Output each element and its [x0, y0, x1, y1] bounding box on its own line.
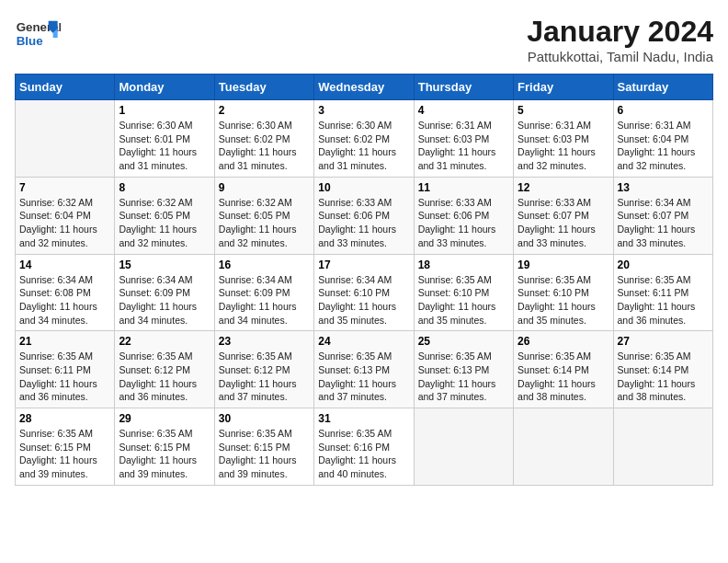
day-info: Sunrise: 6:34 AMSunset: 6:09 PMDaylight:… — [219, 273, 310, 327]
calendar-cell: 11Sunrise: 6:33 AMSunset: 6:06 PMDayligh… — [414, 177, 513, 254]
calendar-week-1: 1Sunrise: 6:30 AMSunset: 6:01 PMDaylight… — [16, 100, 713, 178]
day-number: 2 — [219, 104, 310, 117]
weekday-header-tuesday: Tuesday — [214, 75, 313, 100]
day-info: Sunrise: 6:32 AMSunset: 6:05 PMDaylight:… — [119, 196, 210, 250]
page-header: General Blue January 2024 Pattukkottai, … — [15, 15, 713, 64]
day-info: Sunrise: 6:32 AMSunset: 6:05 PMDaylight:… — [219, 196, 310, 250]
calendar-cell — [613, 408, 712, 486]
calendar-cell: 18Sunrise: 6:35 AMSunset: 6:10 PMDayligh… — [414, 254, 513, 331]
day-number: 29 — [119, 412, 210, 425]
calendar-cell: 26Sunrise: 6:35 AMSunset: 6:14 PMDayligh… — [514, 331, 613, 408]
day-info: Sunrise: 6:30 AMSunset: 6:01 PMDaylight:… — [119, 119, 210, 173]
calendar-cell: 3Sunrise: 6:30 AMSunset: 6:02 PMDaylight… — [314, 100, 414, 178]
logo: General Blue — [15, 15, 61, 52]
weekday-header-monday: Monday — [115, 75, 214, 100]
title-block: January 2024 Pattukkottai, Tamil Nadu, I… — [527, 15, 713, 64]
calendar-cell: 4Sunrise: 6:31 AMSunset: 6:03 PMDaylight… — [414, 100, 513, 178]
calendar-week-4: 21Sunrise: 6:35 AMSunset: 6:11 PMDayligh… — [16, 331, 713, 408]
calendar-cell: 2Sunrise: 6:30 AMSunset: 6:02 PMDaylight… — [214, 100, 313, 178]
day-info: Sunrise: 6:35 AMSunset: 6:11 PMDaylight:… — [618, 273, 709, 327]
weekday-header-sunday: Sunday — [16, 75, 115, 100]
day-number: 16 — [219, 259, 310, 271]
logo-svg: General Blue — [15, 15, 61, 52]
day-info: Sunrise: 6:35 AMSunset: 6:15 PMDaylight:… — [219, 427, 310, 481]
calendar-week-5: 28Sunrise: 6:35 AMSunset: 6:15 PMDayligh… — [16, 408, 713, 486]
weekday-header-friday: Friday — [514, 75, 613, 100]
subtitle: Pattukkottai, Tamil Nadu, India — [527, 49, 713, 64]
calendar-cell — [414, 408, 513, 486]
day-info: Sunrise: 6:31 AMSunset: 6:04 PMDaylight:… — [618, 119, 709, 173]
day-number: 26 — [518, 335, 609, 348]
day-number: 17 — [318, 259, 409, 271]
day-number: 10 — [318, 181, 409, 194]
calendar-week-3: 14Sunrise: 6:34 AMSunset: 6:08 PMDayligh… — [16, 254, 713, 331]
day-number: 5 — [518, 104, 609, 117]
calendar-cell: 20Sunrise: 6:35 AMSunset: 6:11 PMDayligh… — [613, 254, 712, 331]
day-number: 25 — [418, 335, 509, 348]
day-number: 4 — [418, 104, 509, 117]
day-number: 24 — [318, 335, 409, 348]
calendar-cell: 6Sunrise: 6:31 AMSunset: 6:04 PMDaylight… — [613, 100, 712, 178]
calendar-cell: 24Sunrise: 6:35 AMSunset: 6:13 PMDayligh… — [314, 331, 414, 408]
calendar-cell: 1Sunrise: 6:30 AMSunset: 6:01 PMDaylight… — [115, 100, 214, 178]
day-number: 3 — [318, 104, 409, 117]
day-number: 30 — [219, 412, 310, 425]
day-info: Sunrise: 6:31 AMSunset: 6:03 PMDaylight:… — [518, 119, 609, 173]
calendar-cell: 28Sunrise: 6:35 AMSunset: 6:15 PMDayligh… — [16, 408, 115, 486]
calendar-cell: 10Sunrise: 6:33 AMSunset: 6:06 PMDayligh… — [314, 177, 414, 254]
weekday-header-wednesday: Wednesday — [314, 75, 414, 100]
day-info: Sunrise: 6:35 AMSunset: 6:15 PMDaylight:… — [19, 427, 110, 481]
day-info: Sunrise: 6:34 AMSunset: 6:09 PMDaylight:… — [119, 273, 210, 327]
day-number: 14 — [19, 259, 110, 271]
calendar-cell: 30Sunrise: 6:35 AMSunset: 6:15 PMDayligh… — [214, 408, 313, 486]
calendar-body: 1Sunrise: 6:30 AMSunset: 6:01 PMDaylight… — [16, 100, 713, 486]
calendar-cell: 15Sunrise: 6:34 AMSunset: 6:09 PMDayligh… — [115, 254, 214, 331]
calendar-cell: 27Sunrise: 6:35 AMSunset: 6:14 PMDayligh… — [613, 331, 712, 408]
svg-text:Blue: Blue — [17, 34, 43, 48]
main-title: January 2024 — [527, 15, 713, 49]
day-info: Sunrise: 6:35 AMSunset: 6:13 PMDaylight:… — [418, 350, 509, 404]
weekday-header-thursday: Thursday — [414, 75, 513, 100]
day-number: 8 — [119, 181, 210, 194]
day-info: Sunrise: 6:33 AMSunset: 6:06 PMDaylight:… — [318, 196, 409, 250]
day-info: Sunrise: 6:35 AMSunset: 6:12 PMDaylight:… — [119, 350, 210, 404]
day-info: Sunrise: 6:35 AMSunset: 6:12 PMDaylight:… — [219, 350, 310, 404]
day-info: Sunrise: 6:33 AMSunset: 6:06 PMDaylight:… — [418, 196, 509, 250]
weekday-header-saturday: Saturday — [613, 75, 712, 100]
calendar-cell: 29Sunrise: 6:35 AMSunset: 6:15 PMDayligh… — [115, 408, 214, 486]
calendar-cell: 22Sunrise: 6:35 AMSunset: 6:12 PMDayligh… — [115, 331, 214, 408]
day-number: 18 — [418, 259, 509, 271]
day-number: 7 — [19, 181, 110, 194]
calendar-cell: 16Sunrise: 6:34 AMSunset: 6:09 PMDayligh… — [214, 254, 313, 331]
day-number: 31 — [318, 412, 409, 425]
day-number: 15 — [119, 259, 210, 271]
calendar-cell: 23Sunrise: 6:35 AMSunset: 6:12 PMDayligh… — [214, 331, 313, 408]
calendar-cell: 25Sunrise: 6:35 AMSunset: 6:13 PMDayligh… — [414, 331, 513, 408]
day-info: Sunrise: 6:35 AMSunset: 6:15 PMDaylight:… — [119, 427, 210, 481]
day-number: 23 — [219, 335, 310, 348]
day-number: 1 — [119, 104, 210, 117]
calendar-cell — [514, 408, 613, 486]
calendar-cell: 12Sunrise: 6:33 AMSunset: 6:07 PMDayligh… — [514, 177, 613, 254]
day-info: Sunrise: 6:33 AMSunset: 6:07 PMDaylight:… — [518, 196, 609, 250]
day-number: 11 — [418, 181, 509, 194]
weekday-header-row: SundayMondayTuesdayWednesdayThursdayFrid… — [16, 75, 713, 100]
calendar-cell: 9Sunrise: 6:32 AMSunset: 6:05 PMDaylight… — [214, 177, 313, 254]
calendar-cell: 7Sunrise: 6:32 AMSunset: 6:04 PMDaylight… — [16, 177, 115, 254]
calendar-cell: 8Sunrise: 6:32 AMSunset: 6:05 PMDaylight… — [115, 177, 214, 254]
day-info: Sunrise: 6:34 AMSunset: 6:07 PMDaylight:… — [618, 196, 709, 250]
calendar-cell: 13Sunrise: 6:34 AMSunset: 6:07 PMDayligh… — [613, 177, 712, 254]
day-info: Sunrise: 6:35 AMSunset: 6:16 PMDaylight:… — [318, 427, 409, 481]
day-number: 6 — [618, 104, 709, 117]
calendar-cell: 21Sunrise: 6:35 AMSunset: 6:11 PMDayligh… — [16, 331, 115, 408]
day-info: Sunrise: 6:35 AMSunset: 6:13 PMDaylight:… — [318, 350, 409, 404]
day-number: 9 — [219, 181, 310, 194]
day-number: 28 — [19, 412, 110, 425]
day-info: Sunrise: 6:32 AMSunset: 6:04 PMDaylight:… — [19, 196, 110, 250]
calendar-cell: 17Sunrise: 6:34 AMSunset: 6:10 PMDayligh… — [314, 254, 414, 331]
day-number: 21 — [19, 335, 110, 348]
day-number: 13 — [618, 181, 709, 194]
calendar-cell: 31Sunrise: 6:35 AMSunset: 6:16 PMDayligh… — [314, 408, 414, 486]
day-number: 12 — [518, 181, 609, 194]
day-number: 20 — [618, 259, 709, 271]
